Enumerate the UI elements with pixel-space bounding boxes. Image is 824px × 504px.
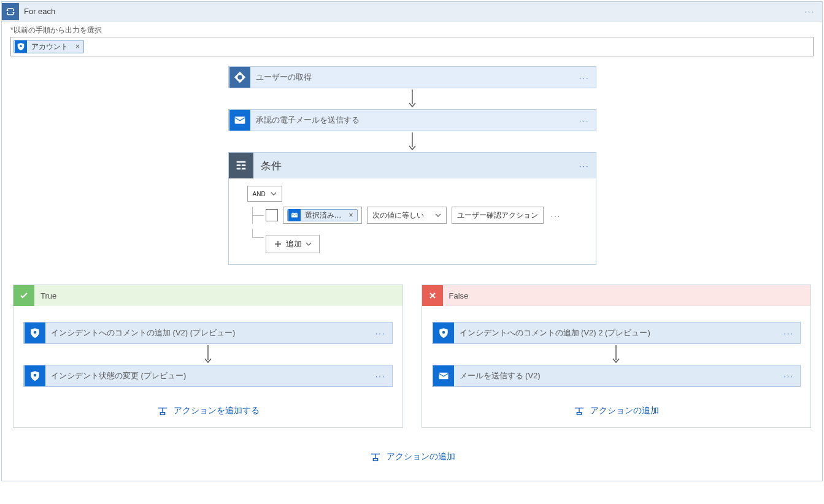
chevron-down-icon — [271, 192, 277, 196]
operator-label: 次の値に等しい — [372, 210, 424, 221]
token-remove[interactable]: × — [72, 42, 83, 51]
svg-point-10 — [442, 331, 445, 334]
and-label: AND — [253, 191, 266, 197]
token-label: アカウント — [28, 42, 72, 52]
output-select-input[interactable]: アカウント × — [10, 37, 814, 56]
for-each-header[interactable]: For each ··· — [2, 2, 822, 21]
plus-icon — [274, 240, 282, 248]
add-action-label: アクションの追加 — [387, 451, 455, 462]
svg-rect-3 — [234, 116, 245, 124]
action-title: メールを送信する (V2) — [455, 370, 778, 381]
right-value-text: ユーザー確認アクション — [457, 210, 538, 221]
output-select-label: *以前の手順から出力を選択 — [2, 21, 822, 36]
action-title: ユーザーの取得 — [251, 72, 573, 83]
for-each-title: For each — [24, 7, 802, 16]
svg-rect-14 — [373, 459, 377, 461]
true-branch: True インシデントへのコメントの追加 (V2) (プレビュー) ··· — [13, 284, 403, 428]
condition-body: AND 選択済み… × — [229, 178, 596, 264]
outlook-icon — [433, 365, 454, 386]
connector-arrow — [407, 88, 418, 109]
check-icon — [13, 285, 34, 306]
action-menu[interactable]: ··· — [573, 73, 596, 82]
chevron-down-icon — [435, 213, 441, 217]
true-branch-header: True — [13, 285, 402, 306]
condition-operator-select[interactable]: 次の値に等しい — [367, 207, 447, 224]
action-change-incident-status[interactable]: インシデント状態の変更 (プレビュー) ··· — [23, 365, 393, 387]
action-title: インシデントへのコメントの追加 (V2) 2 (プレビュー) — [455, 327, 778, 338]
for-each-menu[interactable]: ··· — [802, 7, 817, 16]
action-get-user[interactable]: ユーザーの取得 ··· — [228, 66, 596, 88]
row-checkbox[interactable] — [266, 209, 278, 221]
outlook-icon — [288, 209, 301, 221]
svg-rect-5 — [291, 213, 298, 218]
add-action-icon — [156, 406, 169, 416]
row-menu[interactable]: ··· — [549, 211, 564, 220]
flow-body: ユーザーの取得 ··· 承認の電子メールを送信する ··· 条件 ··· — [2, 63, 822, 275]
add-action-link[interactable]: アクションの追加 — [573, 405, 659, 416]
false-branch-header: False — [422, 285, 811, 306]
action-menu[interactable]: ··· — [777, 329, 800, 338]
connector-arrow — [202, 344, 214, 365]
true-title: True — [34, 291, 56, 300]
add-condition-button[interactable]: 追加 — [266, 235, 320, 253]
action-title: 承認の電子メールを送信する — [251, 115, 573, 126]
condition-branches: True インシデントへのコメントの追加 (V2) (プレビュー) ··· — [13, 284, 811, 428]
add-action-icon — [369, 452, 382, 462]
svg-rect-13 — [577, 413, 582, 415]
svg-rect-9 — [160, 413, 164, 415]
condition-title: 条件 — [253, 159, 573, 173]
svg-point-8 — [34, 374, 37, 377]
for-each-container: For each ··· *以前の手順から出力を選択 アカウント × ユーザーの… — [1, 1, 823, 481]
condition-icon — [229, 153, 253, 178]
false-title: False — [443, 291, 469, 300]
action-menu[interactable]: ··· — [573, 116, 596, 125]
sentinel-icon — [433, 323, 454, 343]
connector-arrow — [610, 344, 622, 365]
token-label: 選択済み… — [301, 210, 345, 221]
add-action-label: アクションの追加 — [590, 405, 659, 416]
action-add-comment-2[interactable]: インシデントへのコメントの追加 (V2) 2 (プレビュー) ··· — [432, 322, 801, 344]
condition-card: 条件 ··· AND — [228, 152, 596, 265]
action-menu[interactable]: ··· — [369, 329, 392, 338]
add-action-link[interactable]: アクションを追加する — [156, 405, 260, 416]
and-operator-select[interactable]: AND — [247, 186, 282, 202]
sentinel-icon — [25, 323, 45, 343]
add-action-icon — [573, 406, 585, 416]
action-menu[interactable]: ··· — [777, 372, 800, 381]
close-icon — [422, 285, 443, 306]
svg-rect-12 — [439, 373, 448, 380]
outlook-icon — [229, 110, 250, 131]
connector-arrow — [407, 131, 418, 152]
false-branch: False インシデントへのコメントの追加 (V2) 2 (プレビュー) ··· — [422, 284, 812, 428]
action-menu[interactable]: ··· — [369, 372, 392, 381]
azure-ad-icon — [229, 67, 250, 88]
svg-point-0 — [20, 45, 22, 47]
action-send-mail[interactable]: メールを送信する (V2) ··· — [432, 365, 801, 387]
action-send-approval[interactable]: 承認の電子メールを送信する ··· — [228, 109, 596, 131]
condition-left-value[interactable]: 選択済み… × — [283, 207, 362, 224]
chevron-down-icon — [306, 242, 312, 246]
condition-header[interactable]: 条件 ··· — [229, 153, 596, 178]
action-add-comment[interactable]: インシデントへのコメントの追加 (V2) (プレビュー) ··· — [23, 322, 393, 344]
sentinel-icon — [25, 365, 45, 386]
condition-right-value[interactable]: ユーザー確認アクション — [452, 207, 544, 224]
svg-point-1 — [237, 75, 242, 79]
add-action-label: アクションを追加する — [174, 405, 260, 416]
add-label: 追加 — [286, 239, 302, 250]
loop-icon — [2, 3, 19, 20]
action-title: インシデントへのコメントの追加 (V2) (プレビュー) — [46, 327, 369, 338]
condition-menu[interactable]: ··· — [573, 161, 596, 170]
sentinel-icon — [15, 40, 27, 53]
add-action-link-outer[interactable]: アクションの追加 — [369, 451, 455, 462]
token-remove[interactable]: × — [345, 211, 357, 220]
svg-point-6 — [34, 331, 37, 334]
token-account[interactable]: アカウント × — [13, 40, 84, 53]
action-title: インシデント状態の変更 (プレビュー) — [46, 370, 369, 381]
